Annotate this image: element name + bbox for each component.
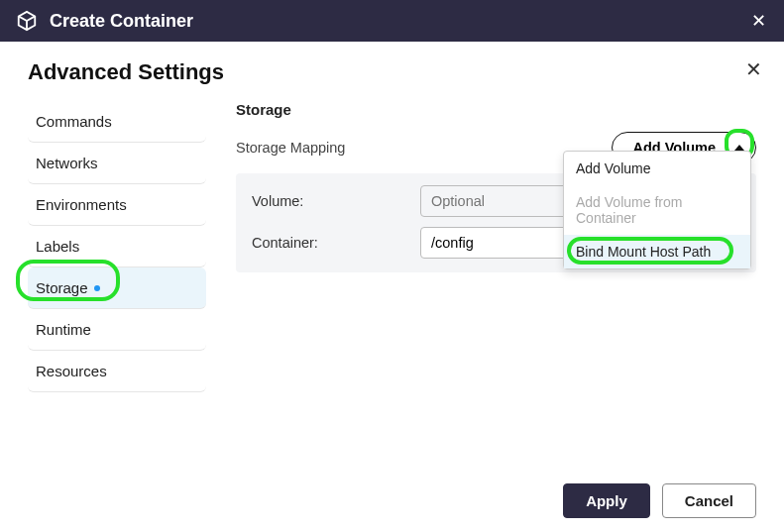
sidebar-item-label: Commands bbox=[36, 113, 112, 130]
sidebar-item-resources[interactable]: Resources bbox=[28, 351, 206, 392]
titlebar-title: Create Container bbox=[50, 11, 748, 32]
sidebar-item-runtime[interactable]: Runtime bbox=[28, 309, 206, 351]
sidebar-item-networks[interactable]: Networks bbox=[28, 143, 206, 184]
sidebar-item-label: Environments bbox=[36, 196, 127, 213]
apply-button[interactable]: Apply bbox=[563, 483, 650, 518]
add-volume-dropdown: Add Volume Add Volume from Container Bin… bbox=[563, 151, 751, 269]
sidebar-item-storage[interactable]: Storage bbox=[28, 267, 206, 309]
section-heading: Storage bbox=[236, 101, 756, 118]
sidebar-item-label: Runtime bbox=[36, 321, 91, 338]
sidebar-item-commands[interactable]: Commands bbox=[28, 101, 206, 143]
cancel-button[interactable]: Cancel bbox=[662, 483, 756, 518]
dropdown-item-label: Bind Mount Host Path bbox=[576, 244, 711, 260]
sidebar-item-label: Networks bbox=[36, 155, 98, 171]
dropdown-item-label: Add Volume bbox=[576, 160, 651, 176]
panel-close-icon[interactable]: ✕ bbox=[745, 59, 762, 79]
page-subtitle: Advanced Settings bbox=[28, 59, 756, 85]
volume-label: Volume: bbox=[252, 193, 420, 209]
sidebar-item-label: Storage bbox=[36, 279, 88, 296]
sidebar-item-label: Resources bbox=[36, 363, 107, 379]
dropdown-item-label: Add Volume from Container bbox=[576, 194, 682, 226]
dropdown-item-add-from-container: Add Volume from Container bbox=[564, 185, 750, 235]
dropdown-item-bind-mount[interactable]: Bind Mount Host Path bbox=[564, 235, 750, 268]
footer-actions: Apply Cancel bbox=[563, 483, 756, 518]
storage-mapping-label: Storage Mapping bbox=[236, 140, 612, 156]
sidebar-item-label: Labels bbox=[36, 238, 79, 255]
container-label: Container: bbox=[252, 235, 420, 251]
cube-icon bbox=[16, 10, 38, 32]
settings-sidebar: Commands Networks Environments Labels St… bbox=[28, 101, 206, 392]
sidebar-item-environments[interactable]: Environments bbox=[28, 184, 206, 226]
main-panel: Storage Storage Mapping Add Volume Volum… bbox=[236, 101, 756, 392]
titlebar-close-icon[interactable]: ✕ bbox=[748, 11, 768, 31]
titlebar: Create Container ✕ bbox=[0, 0, 784, 42]
active-indicator-dot bbox=[94, 285, 100, 291]
dropdown-item-add-volume[interactable]: Add Volume bbox=[564, 152, 750, 185]
sidebar-item-labels[interactable]: Labels bbox=[28, 226, 206, 267]
